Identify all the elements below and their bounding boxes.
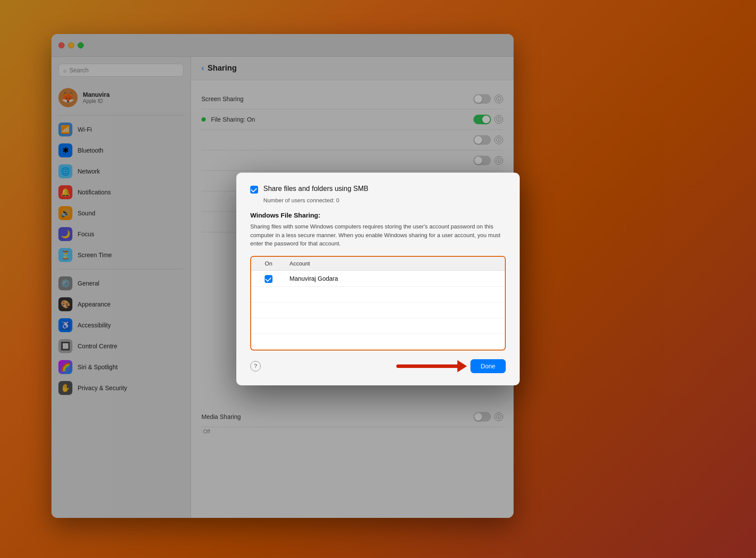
smb-checkbox[interactable] bbox=[250, 186, 258, 194]
accounts-table: On Account Manuviraj Godara bbox=[250, 256, 506, 350]
windows-sharing-title: Windows File Sharing: bbox=[250, 211, 506, 219]
empty-row-1 bbox=[251, 287, 505, 303]
col-on-header: On bbox=[251, 260, 286, 267]
table-header: On Account bbox=[251, 257, 505, 271]
dialog-bottom: ? Done bbox=[250, 359, 506, 373]
connected-count: Number of users connected: 0 bbox=[263, 197, 506, 204]
arrow-done-group: Done bbox=[396, 359, 506, 373]
help-button[interactable]: ? bbox=[250, 361, 261, 371]
desktop: ⌕ Search 🦊 Manuvira Apple ID 📶 Wi-Fi bbox=[0, 0, 756, 558]
smb-row: Share files and folders using SMB bbox=[250, 185, 506, 194]
col-account-header: Account bbox=[286, 260, 505, 267]
done-button[interactable]: Done bbox=[470, 359, 506, 373]
windows-sharing-desc: Sharing files with some Windows computer… bbox=[250, 222, 506, 248]
table-row: Manuviraj Godara bbox=[251, 271, 505, 287]
empty-row-3 bbox=[251, 318, 505, 334]
account-checkbox-1[interactable] bbox=[265, 275, 272, 283]
red-arrow bbox=[396, 360, 467, 372]
empty-row-2 bbox=[251, 303, 505, 318]
arrow-head bbox=[457, 360, 467, 372]
dialog-overlay: Share files and folders using SMB Number… bbox=[0, 0, 756, 558]
dialog: Share files and folders using SMB Number… bbox=[236, 173, 520, 385]
smb-label: Share files and folders using SMB bbox=[263, 185, 368, 193]
arrow-body bbox=[396, 364, 457, 368]
account-name-1: Manuviraj Godara bbox=[286, 275, 505, 282]
empty-row-4 bbox=[251, 334, 505, 350]
